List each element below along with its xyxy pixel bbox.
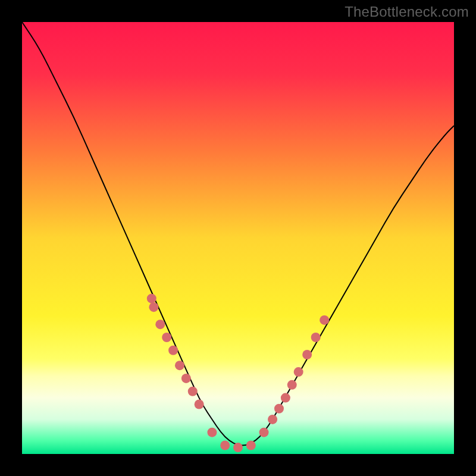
data-point xyxy=(302,350,312,359)
data-point xyxy=(311,333,321,342)
chart-svg xyxy=(22,22,454,454)
data-point xyxy=(207,428,217,437)
watermark-text: TheBottleneck.com xyxy=(345,4,469,20)
data-point xyxy=(320,315,329,325)
chart-frame: TheBottleneck.com xyxy=(0,0,476,476)
data-point xyxy=(175,361,184,370)
data-point xyxy=(259,428,269,437)
data-point xyxy=(294,367,303,377)
data-point xyxy=(155,320,165,329)
data-point xyxy=(233,443,243,452)
data-point xyxy=(220,440,230,450)
data-point xyxy=(149,302,158,312)
data-point xyxy=(268,415,277,424)
data-point xyxy=(246,440,256,450)
data-point xyxy=(281,393,290,403)
data-point xyxy=(195,400,204,409)
data-point xyxy=(287,380,297,390)
plot-area xyxy=(22,22,454,454)
data-point xyxy=(274,404,284,414)
gradient-background xyxy=(22,22,454,454)
data-point xyxy=(168,346,178,355)
data-point xyxy=(181,374,191,383)
data-point xyxy=(188,387,198,396)
data-point xyxy=(147,294,156,303)
data-point xyxy=(162,333,171,342)
